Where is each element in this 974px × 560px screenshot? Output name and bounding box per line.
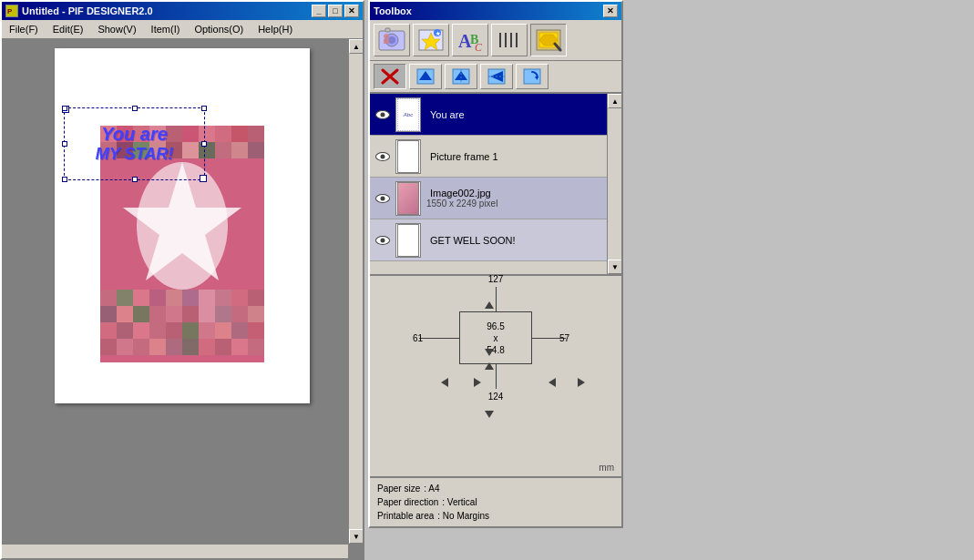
svg-rect-40 [166, 306, 182, 322]
mm-label: mm [599, 463, 614, 473]
svg-marker-106 [578, 378, 585, 387]
eye-icon-1 [375, 110, 390, 119]
handle-bottom-left[interactable] [62, 177, 67, 182]
layer-item-1[interactable]: Abc You are [370, 94, 607, 136]
printable-area-value: : No Margins [437, 509, 489, 523]
bottom-line [496, 363, 497, 389]
svg-text:C: C [475, 41, 483, 53]
paper-size-label: Paper size [377, 482, 420, 495]
svg-rect-71 [384, 39, 389, 44]
svg-rect-58 [133, 339, 149, 355]
paper-size-row: Paper size : A4 [377, 482, 614, 495]
arrow-left-head [441, 378, 448, 387]
handle-top-middle[interactable] [132, 106, 138, 111]
toolbox-window: Toolbox ✕ ★ [368, 0, 623, 528]
layer-scroll-track[interactable] [608, 108, 621, 260]
top-value-label: 127 [488, 274, 504, 284]
printable-area-row: Printable area : No Margins [377, 509, 614, 523]
card-text-line2: MY STAR! [96, 145, 173, 165]
clipart-tool-button[interactable]: ★ [413, 24, 449, 56]
close-button[interactable]: ✕ [344, 5, 359, 17]
menu-file[interactable]: File(F) [2, 22, 46, 36]
svg-rect-59 [149, 339, 166, 355]
scroll-track-vertical[interactable] [349, 54, 363, 529]
layer-2-eye[interactable] [374, 148, 392, 166]
toolbox-title-bar: Toolbox ✕ [370, 2, 621, 20]
menu-item[interactable]: Item(I) [144, 22, 188, 36]
svg-rect-53 [215, 322, 231, 339]
layer-1-eye[interactable] [374, 106, 392, 124]
handle-top-right[interactable] [201, 106, 207, 111]
svg-marker-105 [549, 378, 556, 387]
scroll-down-button[interactable]: ▼ [349, 529, 363, 544]
handle-bottom-right[interactable] [201, 177, 207, 182]
svg-rect-41 [182, 306, 199, 322]
svg-rect-69 [385, 28, 390, 32]
background-tool-button[interactable] [530, 24, 567, 56]
text-tool-button[interactable]: A B C [452, 24, 488, 56]
layer-scrollbar[interactable]: ▲ ▼ [607, 94, 621, 274]
svg-rect-35 [248, 290, 264, 306]
menu-edit[interactable]: Edit(E) [46, 22, 91, 36]
delete-tool-button[interactable] [374, 64, 406, 89]
right-value-label: 57 [559, 333, 569, 343]
text-selection-box[interactable]: You are MY STAR! [64, 107, 205, 180]
layer-item-3[interactable]: Image002.jpg 1550 x 2249 pixel [370, 178, 607, 219]
left-value-label: 61 [413, 333, 423, 343]
svg-rect-31 [182, 290, 199, 306]
canvas-scrollbar-horizontal[interactable] [2, 544, 348, 558]
svg-rect-32 [199, 290, 215, 306]
layer-item-4[interactable]: GET WELL SOON! [370, 219, 607, 261]
svg-rect-47 [117, 322, 133, 339]
svg-text:P: P [7, 7, 13, 15]
canvas-scrollbar-vertical[interactable]: ▲ ▼ [348, 39, 363, 544]
flip-horizontal-button[interactable] [445, 64, 477, 89]
svg-marker-101 [485, 362, 494, 370]
toolbox-close-button[interactable]: ✕ [603, 5, 618, 17]
handle-top-left[interactable] [62, 106, 67, 111]
layer-list: Abc You are Picture frame 1 [370, 94, 621, 276]
svg-rect-50 [166, 322, 182, 339]
svg-marker-99 [485, 301, 494, 309]
handle-middle-left[interactable] [62, 141, 67, 147]
lines-tool-button[interactable] [491, 24, 528, 56]
move-up-button[interactable] [409, 64, 442, 89]
position-area: 127 124 61 57 96.5 x 54.8 mm [370, 276, 621, 476]
layer-scroll-down[interactable]: ▼ [608, 260, 621, 274]
layer-3-thumb [395, 181, 421, 216]
arrow-very-bottom-head [485, 411, 494, 418]
maximize-button[interactable]: □ [328, 5, 343, 17]
eye-icon-3 [375, 194, 390, 203]
app-icon: P [5, 5, 18, 17]
svg-rect-46 [100, 322, 117, 339]
handle-middle-right[interactable] [201, 141, 207, 147]
scroll-up-button[interactable]: ▲ [349, 39, 363, 54]
minimize-button[interactable]: _ [312, 5, 326, 17]
svg-rect-22 [231, 142, 248, 158]
handle-bottom-middle[interactable] [132, 177, 138, 182]
svg-rect-23 [248, 142, 264, 158]
menu-options[interactable]: Options(O) [187, 22, 251, 36]
flip-vertical-button[interactable] [480, 64, 513, 89]
svg-rect-26 [100, 290, 117, 306]
layer-4-eye[interactable] [374, 231, 392, 249]
menu-help[interactable]: Help(H) [251, 22, 300, 36]
arrow-bottom-head-down [485, 362, 494, 370]
menu-show[interactable]: Show(V) [90, 22, 143, 36]
svg-point-70 [384, 34, 389, 39]
paper-direction-row: Paper direction : Vertical [377, 495, 614, 509]
svg-rect-33 [215, 290, 231, 306]
layer-item-2[interactable]: Picture frame 1 [370, 136, 607, 178]
eye-icon-4 [375, 236, 390, 245]
layer-scroll-up[interactable]: ▲ [608, 94, 621, 108]
layer-3-eye[interactable] [374, 189, 392, 208]
svg-rect-44 [231, 306, 248, 322]
svg-point-68 [388, 36, 395, 44]
svg-rect-27 [117, 290, 133, 306]
svg-marker-100 [485, 349, 494, 356]
bottom-value-label: 124 [488, 392, 504, 402]
rotate-button[interactable] [516, 64, 549, 89]
layer-4-thumb [395, 223, 421, 258]
photo-tool-button[interactable] [374, 24, 410, 56]
paper-direction-label: Paper direction [377, 495, 438, 509]
